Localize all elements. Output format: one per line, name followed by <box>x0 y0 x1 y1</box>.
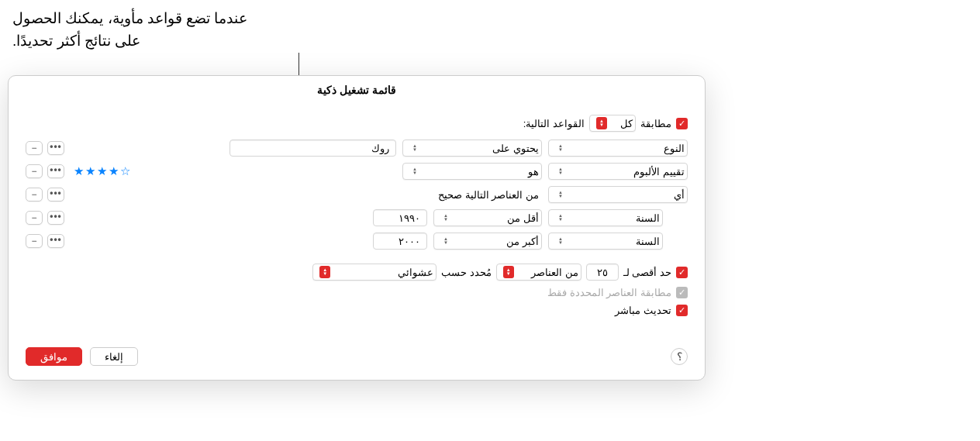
rule-operator-select[interactable]: يحتوي على ▲▼ <box>402 140 542 157</box>
remove-rule-button[interactable]: − <box>26 234 43 248</box>
rule-field-select[interactable]: السنة ▲▼ <box>548 209 663 226</box>
rule-value-input[interactable] <box>229 140 396 157</box>
rule-stars-value[interactable]: ★ ★ ★ ★ ☆ <box>71 164 396 178</box>
limit-checkbox[interactable]: ✓ <box>676 267 688 278</box>
help-button[interactable]: ؟ <box>671 348 688 365</box>
rule-group-suffix: من العناصر التالية صحيح <box>71 189 542 201</box>
rule-field-select[interactable]: النوع ▲▼ <box>548 140 688 157</box>
match-checked-row: ✓ مطابقة العناصر المحددة فقط <box>26 287 688 298</box>
rule-field-select[interactable]: أي ▲▼ <box>548 186 688 203</box>
add-nested-rule-button[interactable]: ••• <box>47 211 64 225</box>
dialog-footer: ؟ إلغاء موافق <box>9 335 705 380</box>
remove-rule-button[interactable]: − <box>26 164 43 178</box>
chevron-updown-icon: ▲▼ <box>555 212 566 224</box>
remove-rule-button[interactable]: − <box>26 141 43 155</box>
chevron-updown-icon: ▲▼ <box>409 165 420 177</box>
chevron-updown-icon: ▲▼ <box>555 235 566 247</box>
chevron-updown-icon: ▲▼ <box>440 235 451 247</box>
add-nested-rule-button[interactable]: ••• <box>47 141 64 155</box>
chevron-updown-icon: ▲▼ <box>409 142 420 154</box>
chevron-updown-icon: ▲▼ <box>555 188 566 201</box>
rule-operator-select[interactable]: أقل من ▲▼ <box>433 209 542 226</box>
add-nested-rule-button[interactable]: ••• <box>47 164 64 178</box>
match-mode-select[interactable]: كل ▲▼ <box>589 115 636 132</box>
limit-selection-select[interactable]: عشوائي ▲▼ <box>312 264 437 281</box>
rule-operator-select[interactable]: أكبر من ▲▼ <box>433 233 542 250</box>
rule-row: تقييم الألبوم ▲▼ هو ▲▼ ★ ★ ★ ★ ☆ − ••• <box>26 163 688 180</box>
rule-row: السنة ▲▼ أقل من ▲▼ − ••• <box>26 209 688 226</box>
star-icon: ★ <box>109 164 119 178</box>
rule-value-input[interactable] <box>373 233 427 250</box>
match-checkbox[interactable]: ✓ <box>676 118 688 129</box>
options-section: ✓ حد أقصى لـ من العناصر ▲▼ مُحدد حسب عشو… <box>26 264 688 316</box>
rule-field-select[interactable]: تقييم الألبوم ▲▼ <box>548 163 688 180</box>
rule-operator-select[interactable]: هو ▲▼ <box>402 163 542 180</box>
chevron-updown-icon: ▲▼ <box>596 117 607 129</box>
selected-by-label: مُحدد حسب <box>441 267 492 278</box>
limit-row: ✓ حد أقصى لـ من العناصر ▲▼ مُحدد حسب عشو… <box>26 264 688 281</box>
star-outline-icon: ☆ <box>120 164 130 178</box>
add-nested-rule-button[interactable]: ••• <box>47 188 64 202</box>
chevron-updown-icon: ▲▼ <box>555 165 566 177</box>
match-row: ✓ مطابقة كل ▲▼ القواعد التالية: <box>26 115 688 132</box>
rule-group-row: أي ▲▼ من العناصر التالية صحيح − ••• <box>26 186 688 203</box>
rules-list: النوع ▲▼ يحتوي على ▲▼ − ••• تقييم الألبو… <box>26 140 688 250</box>
dialog-content: ✓ مطابقة كل ▲▼ القواعد التالية: النوع ▲▼… <box>9 102 705 335</box>
rule-row: النوع ▲▼ يحتوي على ▲▼ − ••• <box>26 140 688 157</box>
remove-rule-button[interactable]: − <box>26 188 43 202</box>
live-update-label: تحديث مباشر <box>615 305 671 316</box>
chevron-updown-icon: ▲▼ <box>319 266 330 278</box>
match-label: مطابقة <box>640 118 671 129</box>
callout-text: عندما تضع قواعد مأوية، يمكنك الحصول على … <box>12 8 261 52</box>
star-icon: ★ <box>74 164 84 178</box>
chevron-updown-icon: ▲▼ <box>440 212 451 224</box>
star-icon: ★ <box>85 164 95 178</box>
live-update-checkbox[interactable]: ✓ <box>676 305 688 316</box>
limit-label: حد أقصى لـ <box>623 267 671 278</box>
live-update-row: ✓ تحديث مباشر <box>26 305 688 316</box>
rule-field-select[interactable]: السنة ▲▼ <box>548 233 663 250</box>
star-icon: ★ <box>97 164 107 178</box>
rule-value-input[interactable] <box>373 209 427 226</box>
match-checked-label: مطابقة العناصر المحددة فقط <box>547 287 671 298</box>
match-checked-checkbox[interactable]: ✓ <box>676 287 688 298</box>
limit-value-input[interactable] <box>586 264 619 281</box>
match-suffix-label: القواعد التالية: <box>523 118 585 129</box>
chevron-updown-icon: ▲▼ <box>503 266 514 278</box>
dialog-title: قائمة تشغيل ذكية <box>9 76 705 102</box>
rule-row: السنة ▲▼ أكبر من ▲▼ − ••• <box>26 233 688 250</box>
limit-unit-select[interactable]: من العناصر ▲▼ <box>496 264 581 281</box>
smart-playlist-dialog: قائمة تشغيل ذكية ✓ مطابقة كل ▲▼ القواعد … <box>8 75 706 381</box>
remove-rule-button[interactable]: − <box>26 211 43 225</box>
cancel-button[interactable]: إلغاء <box>90 347 138 366</box>
add-nested-rule-button[interactable]: ••• <box>47 234 64 248</box>
chevron-updown-icon: ▲▼ <box>555 142 566 154</box>
ok-button[interactable]: موافق <box>26 347 82 366</box>
